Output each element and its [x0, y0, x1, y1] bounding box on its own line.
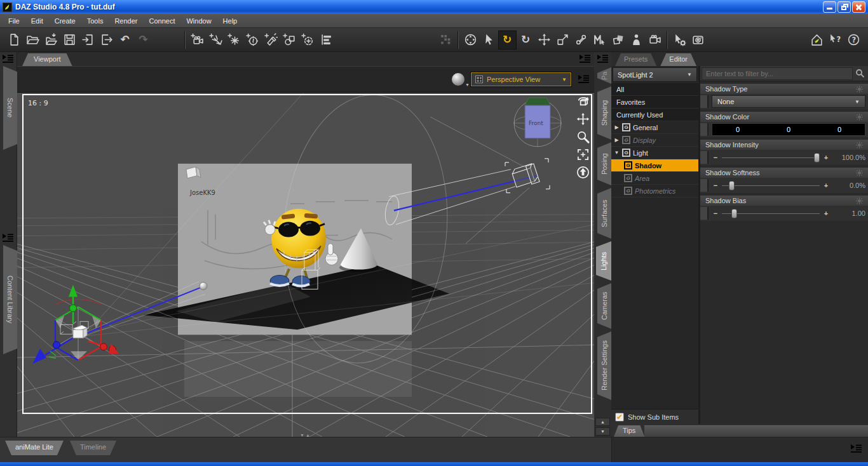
view-selector-dropdown[interactable]: Perspective View ▼: [471, 72, 571, 86]
node-selection-tool-icon[interactable]: [480, 30, 498, 50]
gear-icon[interactable]: [856, 86, 863, 93]
tab-cameras[interactable]: Cameras: [597, 283, 611, 329]
slider-thumb[interactable]: [729, 181, 735, 190]
tree-item-display[interactable]: ▶ G Display: [611, 134, 698, 147]
surface-selection-tool-icon[interactable]: [590, 30, 609, 50]
rotate-tool-icon[interactable]: ↻: [498, 30, 517, 50]
expand-icon[interactable]: ▶: [614, 124, 620, 130]
menu-help[interactable]: Help: [217, 15, 243, 27]
orbit-icon[interactable]: [576, 94, 590, 109]
tab-tips[interactable]: Tips: [614, 425, 644, 437]
restore-button[interactable]: [837, 1, 851, 13]
tree-item-shadow[interactable]: G Shadow: [611, 159, 698, 172]
help-icon[interactable]: ?: [844, 30, 863, 50]
increment-icon[interactable]: +: [822, 154, 830, 161]
zoom-icon[interactable]: [576, 130, 590, 144]
shadow-bias-slider[interactable]: − + 1.00: [712, 208, 865, 220]
node-selection-gear-tool-icon[interactable]: [670, 30, 689, 50]
gear-icon[interactable]: [856, 114, 863, 121]
title-bar[interactable]: DAZ Studio 4.8 Pro - tut.duf: [0, 0, 868, 14]
scroll-up-icon[interactable]: ▲: [595, 418, 610, 426]
light-handle-sphere[interactable]: [200, 282, 207, 290]
pane-options-icon[interactable]: [2, 54, 15, 64]
filter-currently-used[interactable]: Currently Used: [611, 109, 698, 121]
tab-timeline[interactable]: Timeline: [70, 441, 116, 455]
checkbox-checked-icon[interactable]: ✔: [615, 413, 624, 422]
undo-icon[interactable]: ↶: [116, 30, 134, 50]
geometry-tool-icon[interactable]: [609, 30, 627, 50]
filter-all[interactable]: All: [611, 83, 698, 96]
menu-file[interactable]: File: [3, 15, 25, 27]
tab-animate-lite[interactable]: aniMate Lite: [5, 441, 64, 455]
filter-input[interactable]: [702, 67, 853, 80]
expand-icon[interactable]: ▶: [614, 137, 620, 143]
draw-style-icon[interactable]: ▼: [452, 73, 465, 86]
gear-icon[interactable]: [856, 197, 863, 204]
collapse-icon[interactable]: ▼: [614, 150, 620, 156]
new-file-icon[interactable]: [5, 30, 24, 50]
new-photometric-light-icon[interactable]: [243, 30, 262, 50]
list-bars-icon[interactable]: [317, 30, 336, 50]
slider-thumb[interactable]: [814, 153, 820, 163]
new-spotlight-icon[interactable]: [262, 30, 280, 50]
pane-options-icon[interactable]: [579, 54, 592, 64]
new-primitive-icon[interactable]: [280, 30, 299, 50]
scale-tool-icon[interactable]: [553, 30, 572, 50]
tab-scene[interactable]: Scene: [3, 66, 17, 150]
search-icon[interactable]: [853, 69, 867, 78]
menu-render[interactable]: Render: [109, 15, 143, 27]
tree-item-area[interactable]: G Area: [611, 172, 698, 185]
menu-edit[interactable]: Edit: [25, 15, 49, 27]
tab-parameters[interactable]: Pa: [597, 67, 611, 84]
tab-content-library[interactable]: Content Library: [3, 245, 17, 354]
increment-icon[interactable]: +: [822, 182, 830, 189]
home-view-icon[interactable]: [576, 165, 590, 180]
gear-icon[interactable]: [856, 170, 863, 176]
shadow-intensity-slider[interactable]: − + 100.0%: [712, 152, 865, 164]
active-pose-tool-icon[interactable]: ↻: [517, 30, 535, 50]
tab-render-settings[interactable]: Render Settings: [597, 331, 611, 400]
minimize-button[interactable]: [823, 1, 836, 13]
open-file-icon[interactable]: [24, 30, 42, 50]
tab-shaping[interactable]: Shaping: [597, 86, 611, 140]
new-point-light-icon[interactable]: [225, 30, 243, 50]
shadow-color-swatch[interactable]: 0 0 0: [712, 123, 865, 136]
tree-item-general[interactable]: ▶ G General: [611, 121, 698, 134]
menu-connect[interactable]: Connect: [144, 15, 181, 27]
decrement-icon[interactable]: −: [712, 154, 719, 161]
frame-icon[interactable]: [576, 147, 590, 162]
menu-tools[interactable]: Tools: [81, 15, 109, 27]
decrement-icon[interactable]: −: [712, 210, 719, 217]
filter-favorites[interactable]: Favorites: [611, 96, 698, 109]
tab-presets[interactable]: Presets: [615, 53, 656, 66]
tab-surfaces[interactable]: Surfaces: [597, 188, 611, 239]
tree-item-photometrics[interactable]: G Photometrics: [611, 185, 698, 197]
pan-icon[interactable]: [576, 112, 590, 126]
tree-item-light[interactable]: ▼ G Light: [611, 147, 698, 159]
close-button[interactable]: [852, 1, 865, 13]
joint-editor-tool-icon[interactable]: [572, 30, 590, 50]
translate-tool-icon[interactable]: [535, 30, 553, 50]
camera-tool-icon[interactable]: [646, 30, 664, 50]
merge-file-icon[interactable]: [42, 30, 60, 50]
new-camera-icon[interactable]: [188, 30, 207, 50]
increment-icon[interactable]: +: [822, 210, 830, 217]
import-icon[interactable]: [79, 30, 97, 50]
pane-options-icon[interactable]: [597, 54, 609, 64]
export-icon[interactable]: [97, 30, 116, 50]
node-selector-dropdown[interactable]: SpotLight 2 ▼: [613, 67, 697, 82]
tab-posing[interactable]: Posing: [597, 142, 611, 185]
viewport-dolly-icon[interactable]: [461, 30, 480, 50]
scroll-down-icon[interactable]: ▼: [595, 427, 610, 436]
slider-thumb[interactable]: [731, 209, 737, 218]
gear-icon[interactable]: [856, 142, 863, 149]
pane-options-icon[interactable]: [850, 444, 863, 454]
shadow-type-dropdown[interactable]: None ▼: [712, 95, 865, 108]
render-icon[interactable]: [689, 30, 707, 50]
viewport-canvas[interactable]: JoseKK9: [17, 92, 594, 437]
menu-create[interactable]: Create: [49, 15, 81, 27]
save-file-icon[interactable]: [60, 30, 79, 50]
pane-divider-handle[interactable]: ▼▲: [300, 433, 311, 437]
tab-lights[interactable]: Lights: [596, 241, 611, 281]
pane-options-icon[interactable]: [2, 233, 15, 243]
